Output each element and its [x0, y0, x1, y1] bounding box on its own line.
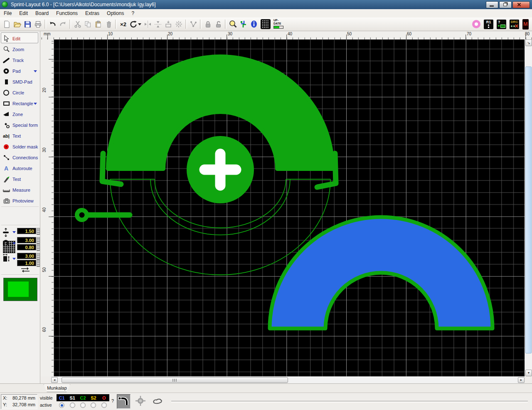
scroll-corner-button[interactable]: ↘ — [525, 40, 532, 46]
paste-button[interactable] — [93, 19, 103, 30]
freeform-shape-button[interactable] — [150, 394, 165, 409]
layer-c1[interactable]: C1 — [57, 395, 67, 400]
restore-icon — [503, 3, 507, 6]
pad-diameter-field[interactable]: 3.00 — [17, 237, 36, 243]
tool-connections[interactable]: Connections — [0, 153, 40, 163]
save-button[interactable] — [22, 19, 33, 30]
smd-width-field[interactable]: 3.00 — [17, 253, 36, 259]
horizontal-scroll-thumb[interactable] — [62, 377, 288, 383]
tool-autoroute[interactable]: A Autoroute — [0, 163, 40, 173]
cut-button[interactable] — [72, 19, 83, 30]
radio-layer-c2[interactable] — [78, 402, 88, 409]
rotate-dropdown-icon[interactable] — [138, 23, 141, 25]
open-button[interactable] — [12, 19, 22, 30]
layer-help-label[interactable]: ? — [111, 398, 114, 403]
rectangle-dropdown-icon[interactable] — [34, 103, 37, 105]
connections-button[interactable] — [188, 19, 199, 30]
copy-button[interactable] — [83, 19, 93, 30]
unlock-button[interactable] — [213, 19, 224, 30]
new-button[interactable] — [2, 19, 12, 30]
tool-rectangle[interactable]: Rectangle — [0, 99, 40, 109]
layer-s1[interactable]: S1 — [67, 395, 77, 400]
tool-measure[interactable]: Measure — [0, 185, 40, 195]
tool-zone[interactable]: Zone — [0, 109, 40, 119]
pad-donut-icon[interactable] — [472, 20, 480, 28]
info-button[interactable] — [249, 19, 259, 30]
menu-file[interactable]: File — [0, 10, 15, 17]
undo-button[interactable] — [47, 19, 58, 30]
scroll-left-button[interactable]: ◄ — [51, 377, 58, 383]
minimize-button[interactable] — [486, 1, 498, 8]
track-mode-button[interactable] — [117, 394, 131, 409]
pad-dropdown-icon[interactable] — [34, 70, 37, 72]
menu-options[interactable]: Options — [103, 10, 128, 17]
explode-button[interactable] — [174, 19, 184, 30]
radio-layer-o[interactable] — [99, 402, 109, 409]
raster-grid-button[interactable] — [259, 19, 272, 30]
tool-test[interactable]: Test — [0, 174, 40, 184]
pad-drill-spinner[interactable] — [37, 244, 40, 251]
horizontal-scrollbar[interactable]: ◄ ► — [51, 376, 525, 383]
pcb-canvas[interactable] — [54, 40, 525, 376]
r1-components-button[interactable]: R1 — [484, 20, 493, 29]
menu-edit[interactable]: Edit — [15, 10, 32, 17]
smd-size-dropdown-icon[interactable] — [12, 258, 16, 260]
tool-special-form[interactable]: Special form — [0, 120, 40, 130]
redo-button[interactable] — [58, 19, 68, 30]
menu-extras[interactable]: Extras — [81, 10, 103, 17]
tool-track[interactable]: Track — [0, 55, 40, 65]
menu-functions[interactable]: Functions — [52, 10, 81, 17]
tool-text[interactable]: ab| Text — [0, 131, 40, 141]
tool-smd-pad[interactable]: SMD-Pad — [0, 77, 40, 87]
track-width-field[interactable]: 1.50 — [17, 228, 36, 234]
rotate-button[interactable] — [128, 19, 143, 30]
track-width-spinner[interactable] — [37, 228, 40, 235]
radio-layer-s1[interactable] — [67, 402, 77, 409]
scroll-right-button[interactable]: ► — [518, 377, 525, 383]
delete-button[interactable] — [103, 19, 114, 30]
radio-layer-c1[interactable] — [57, 402, 67, 409]
lock-button[interactable] — [203, 19, 213, 30]
vertical-scroll-thumb[interactable] — [525, 67, 532, 353]
update-button[interactable]: UP- DATE — [272, 19, 286, 30]
track-width-dropdown-icon[interactable] — [12, 231, 16, 233]
layer-c2[interactable]: C2 — [78, 395, 88, 400]
mirror-horizontal-button[interactable] — [143, 19, 153, 30]
smd-height-field[interactable]: 1.00 — [17, 260, 36, 266]
pad-size-dropdown-icon[interactable] — [12, 242, 16, 245]
menu-help[interactable]: ? — [128, 10, 138, 17]
tool-solder-mask[interactable]: Solder mask — [0, 142, 40, 152]
menu-board[interactable]: Board — [32, 10, 52, 17]
print-button[interactable] — [33, 19, 43, 30]
crosshair-mode-button[interactable] — [133, 394, 148, 409]
duplicate-button[interactable]: ×2 — [118, 19, 128, 30]
tool-zoom[interactable]: Zoom — [0, 44, 40, 54]
vertical-scrollbar[interactable]: ↘ ▼ — [525, 40, 532, 376]
tool-circle[interactable]: Circle — [0, 88, 40, 98]
help-selector-button[interactable]: ? — [497, 20, 506, 29]
radio-layer-s2[interactable] — [88, 402, 99, 409]
layer-s2[interactable]: S2 — [88, 395, 99, 400]
smd-width-spinner[interactable] — [37, 253, 40, 260]
tab-munkalap[interactable]: Munkalap — [44, 384, 70, 392]
smd-height-spinner[interactable] — [37, 260, 40, 267]
close-button[interactable] — [512, 1, 530, 8]
layer-o[interactable]: O — [99, 395, 109, 400]
mirror-vertical-button[interactable] — [153, 19, 163, 30]
tool-pad[interactable]: Pad — [0, 66, 40, 76]
m-button[interactable]: M — [522, 19, 529, 30]
zoom-button[interactable] — [228, 19, 238, 30]
scroll-down-button[interactable]: ▼ — [525, 370, 532, 376]
fit-view-button[interactable] — [238, 19, 249, 30]
pad-drill-field[interactable]: 0.80 — [17, 244, 36, 250]
restore-button[interactable] — [499, 1, 512, 8]
pad-diameter-spinner[interactable] — [37, 237, 40, 244]
center-pad[interactable] — [187, 136, 254, 203]
track-width-icon — [2, 228, 11, 237]
drc-button[interactable]: DRC — [510, 20, 519, 29]
x-label: X: — [3, 395, 7, 402]
tool-edit[interactable]: Edit — [0, 34, 40, 44]
layer-color-swatch[interactable] — [3, 278, 37, 301]
tool-photoview[interactable]: Photoview — [0, 196, 40, 206]
align-button[interactable] — [163, 19, 174, 30]
